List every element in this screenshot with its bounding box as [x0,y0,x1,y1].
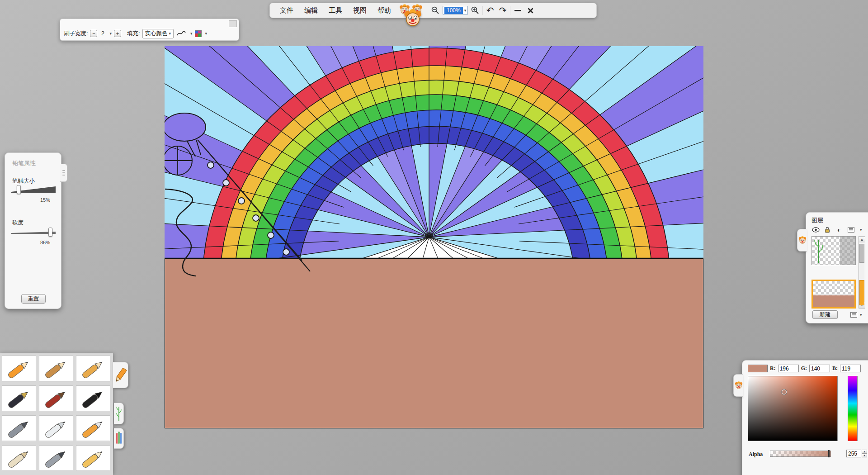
toolbar-separator [482,6,483,15]
hue-bar[interactable] [848,376,858,441]
eye-icon [812,227,820,233]
undo-button[interactable]: ↶ [484,5,496,16]
brush-width-decrease-button[interactable]: − [90,30,97,37]
softness-slider-thumb[interactable] [48,228,52,237]
alpha-stepper[interactable]: ▲ ▼ [862,450,867,457]
close-button[interactable] [524,5,537,16]
palette-tab-stamps[interactable] [114,403,124,424]
layers-panel-handle[interactable] [797,229,807,252]
menu-tools[interactable]: 工具 [323,5,348,17]
new-layer-button[interactable]: 新建 [812,310,838,319]
menu-edit[interactable]: 编辑 [299,5,323,17]
pencil-wood-icon [42,359,70,379]
brush-width-increase-button[interactable]: + [114,30,121,37]
brush-size-slider-thumb[interactable] [17,185,21,194]
menu-bar: 文件 编辑 工具 视图 帮助 100% ▾ ↶ ↷ [269,3,597,18]
panel-grip-handle[interactable] [60,164,67,182]
pencil-panel-title: 铅笔属性 [12,159,36,167]
color-panel-handle[interactable] [733,374,743,397]
scroll-up-button[interactable]: ▲ [859,237,865,242]
tool-pencil-wood[interactable] [39,356,73,381]
fill-label: 填充: [127,30,140,38]
tool-ink-brush[interactable] [76,385,110,411]
green-label: G: [801,365,807,372]
minimize-button[interactable] [511,5,524,16]
red-label: R: [770,365,776,372]
menu-view[interactable]: 视图 [348,5,372,17]
tool-airbrush[interactable] [2,415,36,441]
reset-button[interactable]: 重置 [21,294,46,304]
layer-menu-button[interactable] [847,226,855,233]
lock-icon [825,227,830,233]
alpha-increase-button[interactable]: ▲ [862,450,867,454]
tool-pastel-stick[interactable] [2,445,36,471]
tool-paint-roller[interactable] [76,415,110,441]
palette-tab-pencils[interactable] [113,362,128,388]
chevron-down-icon[interactable]: ▾ [190,31,193,36]
layers-toolbar: ◐ ▾ [811,226,862,233]
tool-fountain-pen[interactable] [2,385,36,411]
red-input[interactable] [778,365,799,372]
tool-wax-crayon[interactable] [76,445,110,471]
tool-metal-nib-pen[interactable] [39,445,73,471]
chevron-down-icon[interactable]: ▾ [860,228,862,232]
color-picker-marker[interactable] [782,390,787,394]
scrollbar-thumb[interactable] [859,244,864,263]
softness-slider[interactable] [11,228,57,237]
saturation-value-square[interactable] [748,376,838,441]
tool-piping-bag[interactable] [39,415,73,441]
brush-size-slider[interactable] [11,185,57,195]
tool-brush-red[interactable] [39,385,73,411]
stroke-smoothing-button[interactable] [176,29,187,38]
sketch-bead [268,232,274,238]
alpha-slider-handle[interactable] [828,450,830,457]
chevron-down-icon[interactable]: ▾ [205,31,208,36]
toolbar-collapse-tab[interactable] [229,20,237,27]
chevron-down-icon[interactable]: ▾ [109,31,112,36]
chevron-down-icon[interactable]: ▾ [464,8,467,13]
tool-crayon-big[interactable] [76,356,110,381]
alpha-input[interactable] [846,450,861,457]
list-icon [848,227,854,233]
clown-mascot-icon[interactable] [403,8,422,28]
layer-2-ground-preview [813,295,854,307]
layer-visibility-button[interactable] [811,226,820,233]
color-picker-panel: R: G: B: Alpha ▲ ▼ [742,360,868,475]
zoom-level-field[interactable]: 100% ▾ [443,6,468,15]
sketch-bead [208,162,214,168]
menu-file[interactable]: 文件 [274,5,299,17]
piping-bag-icon [42,418,70,438]
layer-blend-button[interactable]: ◐ [835,226,843,233]
drawing-canvas-svg[interactable] [165,46,703,428]
menu-help[interactable]: 帮助 [372,5,396,17]
blue-label: B: [832,365,838,372]
plant-sprig-icon [116,406,122,421]
layer-item-1[interactable] [811,236,856,265]
redo-button[interactable]: ↷ [496,5,509,16]
drawing-canvas[interactable] [165,46,703,428]
zoom-in-icon [471,6,479,14]
zoom-level-value: 100% [444,7,463,14]
chevron-down-icon: ▾ [169,31,171,36]
layer-list-options-button[interactable] [849,311,858,318]
layer-item-2-selected[interactable] [811,280,856,309]
chevron-down-icon[interactable]: ▾ [860,313,862,317]
zoom-out-button[interactable] [429,5,442,16]
airbrush-icon [5,418,33,438]
layers-scrollbar[interactable]: ▲ ▼ [859,236,865,309]
layers-panel-title: 图层 [811,216,823,224]
current-color-swatch [748,365,768,372]
clown-mascot-icon [735,381,743,390]
green-input[interactable] [809,365,830,372]
stroke-color-swatch[interactable] [195,30,202,37]
swatch-green [198,33,201,37]
fill-mode-select[interactable]: 实心颜色 ▾ [142,29,174,38]
zoom-in-button[interactable] [469,5,481,16]
alpha-gradient [770,451,830,456]
palette-tab-color-pencils[interactable] [114,428,124,449]
layer-lock-button[interactable] [823,226,831,233]
alpha-slider[interactable] [770,451,831,457]
alpha-decrease-button[interactable]: ▼ [862,454,867,458]
blue-input[interactable] [840,365,861,372]
tool-crayon-orange[interactable] [2,356,36,381]
